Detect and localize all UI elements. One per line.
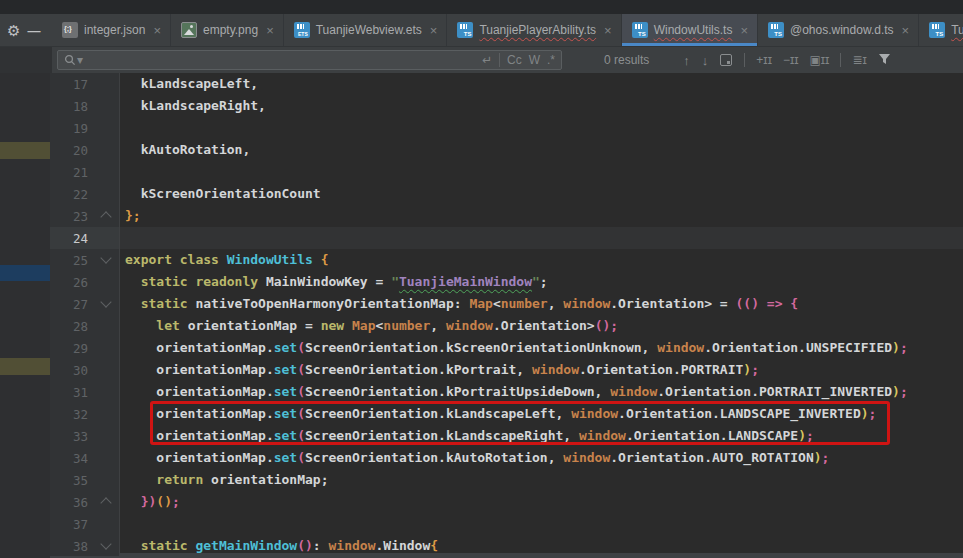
line-number: 33 [50, 429, 88, 444]
code-line-34[interactable]: orientationMap.set(ScreenOrientation.kAu… [120, 447, 963, 469]
code-line-31[interactable]: orientationMap.set(ScreenOrientation.kPo… [120, 381, 963, 403]
toolbar-divider [744, 53, 745, 67]
gutter-line-38: 38 [50, 535, 119, 557]
add-selection-button[interactable]: +ɪɪ [756, 54, 772, 66]
code-area[interactable]: kLandscapeLeft, kLandscapeRight, kAutoRo… [120, 73, 963, 558]
line-number: 24 [50, 231, 88, 246]
line-number: 30 [50, 363, 88, 378]
toggle-selection-button[interactable]: ▣ɪɪ [809, 54, 829, 66]
code-line-25[interactable]: export class WindowUtils { [120, 249, 963, 271]
tab-close-icon[interactable]: × [604, 23, 612, 38]
fold-marker-icon[interactable] [100, 211, 111, 222]
png-file-icon [181, 22, 197, 38]
tab-TuanjieWebview.ets[interactable]: TuanjieWebview.ets× [284, 14, 448, 46]
fold-marker-icon[interactable] [100, 252, 111, 263]
tab-close-icon[interactable]: × [430, 23, 438, 38]
code-editor[interactable]: 1718192021222324252627282930313233343536… [0, 73, 963, 558]
remove-selection-button[interactable]: −ɪɪ [783, 54, 799, 66]
tab-WindowUtils.ts[interactable]: WindowUtils.ts× [622, 14, 758, 46]
previous-occurrence-button[interactable]: ↑ [683, 53, 690, 68]
newline-icon[interactable]: ↵ [482, 54, 492, 66]
line-number: 26 [50, 275, 88, 290]
code-line-27[interactable]: static nativeToOpenHarmonyOrientationMap… [120, 293, 963, 315]
hide-panel-icon[interactable]: — [27, 24, 40, 37]
ts-file-icon [632, 22, 648, 38]
line-number: 27 [50, 297, 88, 312]
line-number: 29 [50, 341, 88, 356]
fold-marker-icon[interactable] [100, 497, 111, 508]
tab-close-icon[interactable]: × [153, 23, 161, 38]
gutter-line-37: 37 [50, 513, 119, 535]
line-number: 23 [50, 209, 88, 224]
editor-tab-bar: ⚙ — integer.json×empty.png×TuanjieWebvie… [0, 14, 963, 47]
code-line-24[interactable] [120, 227, 963, 249]
code-line-26[interactable]: static readonly MainWindowKey = "Tuanjie… [120, 271, 963, 293]
line-number: 34 [50, 451, 88, 466]
code-line-33[interactable]: orientationMap.set(ScreenOrientation.kLa… [120, 425, 963, 447]
whole-words-toggle[interactable]: W [529, 54, 540, 66]
search-field[interactable]: ▾ ↵ Cc W .* [57, 50, 562, 70]
gutter-line-30: 30 [50, 359, 119, 381]
tab-TuanjiePlayerAbility.ts[interactable]: TuanjiePlayerAbility.ts× [447, 14, 621, 46]
find-bar-left-spacer [0, 47, 52, 73]
search-icon[interactable]: ▾ [64, 54, 83, 66]
code-line-36[interactable]: })(); [120, 491, 963, 513]
search-options-caret-icon[interactable]: ▾ [77, 54, 83, 66]
code-line-19[interactable] [120, 117, 963, 139]
tab-integer.json[interactable]: integer.json× [52, 14, 171, 46]
tab-label: WindowUtils.ts [654, 23, 733, 38]
caret-marker[interactable] [0, 265, 50, 281]
code-line-28[interactable]: let orientationMap = new Map<number, win… [120, 315, 963, 337]
field-divider [499, 53, 500, 67]
code-line-18[interactable]: kLandscapeRight, [120, 95, 963, 117]
code-line-30[interactable]: orientationMap.set(ScreenOrientation.kPo… [120, 359, 963, 381]
match-case-toggle[interactable]: Cc [507, 54, 522, 66]
ide-window: ⚙ — integer.json×empty.png×TuanjieWebvie… [0, 0, 963, 558]
tab-TuanjieMainWorker.ts[interactable]: TuanjieMainWorker.ts× [919, 14, 963, 46]
gutter-line-18: 18 [50, 95, 119, 117]
tab-strip: integer.json×empty.png×TuanjieWebview.et… [52, 14, 963, 46]
tab-@ohos.window.d.ts[interactable]: @ohos.window.d.ts× [758, 14, 919, 46]
tab-close-icon[interactable]: × [266, 23, 274, 38]
code-line-35[interactable]: return orientationMap; [120, 469, 963, 491]
gutter-line-32: 32 [50, 403, 119, 425]
line-number: 38 [50, 539, 88, 554]
settings-gear-icon[interactable]: ⚙ [7, 23, 20, 38]
line-number: 18 [50, 99, 88, 114]
gutter-line-34: 34 [50, 447, 119, 469]
tab-close-icon[interactable]: × [740, 23, 748, 38]
code-line-37[interactable] [120, 513, 963, 535]
tab-label: empty.png [203, 23, 258, 38]
line-number: 28 [50, 319, 88, 334]
search-input[interactable] [90, 52, 475, 68]
fold-marker-icon[interactable] [100, 538, 111, 549]
gutter-line-17: 17 [50, 73, 119, 95]
code-line-23[interactable]: }; [120, 205, 963, 227]
gutter-line-25: 25 [50, 249, 119, 271]
line-number: 31 [50, 385, 88, 400]
next-occurrence-button[interactable]: ↓ [702, 53, 709, 68]
warning-marker[interactable] [0, 142, 50, 159]
tab-close-icon[interactable]: × [902, 23, 910, 38]
regex-toggle[interactable]: .* [547, 54, 555, 66]
code-line-22[interactable]: kScreenOrientationCount [120, 183, 963, 205]
line-number: 19 [50, 121, 88, 136]
multiline-search-toggle[interactable]: ≣ɪ [852, 54, 866, 66]
gutter-line-27: 27 [50, 293, 119, 315]
gutter: 1718192021222324252627282930313233343536… [50, 73, 120, 558]
fold-marker-icon[interactable] [100, 296, 111, 307]
tab-label: @ohos.window.d.ts [790, 23, 894, 38]
tab-empty.png[interactable]: empty.png× [171, 14, 284, 46]
code-line-21[interactable] [120, 161, 963, 183]
code-line-29[interactable]: orientationMap.set(ScreenOrientation.kSc… [120, 337, 963, 359]
line-number: 22 [50, 187, 88, 202]
select-all-occurrences-button[interactable] [720, 54, 732, 66]
gutter-line-28: 28 [50, 315, 119, 337]
gutter-line-35: 35 [50, 469, 119, 491]
filter-funnel-icon[interactable] [878, 51, 891, 69]
code-line-17[interactable]: kLandscapeLeft, [120, 73, 963, 95]
gutter-line-29: 29 [50, 337, 119, 359]
code-line-20[interactable]: kAutoRotation, [120, 139, 963, 161]
code-line-32[interactable]: orientationMap.set(ScreenOrientation.kLa… [120, 403, 963, 425]
warning-marker[interactable] [0, 358, 50, 375]
